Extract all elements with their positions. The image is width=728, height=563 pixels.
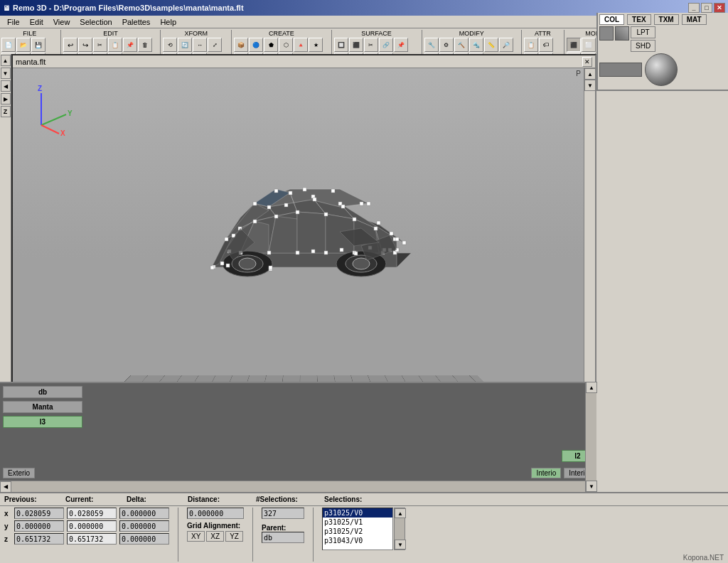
sidebar-right[interactable]: ▶ [1,93,11,104]
svg-rect-79 [303,188,306,191]
sel-scroll-up[interactable]: ▲ [395,508,406,518]
menu-file[interactable]: File [3,17,24,27]
menu-help[interactable]: Help [156,17,181,27]
tb-redo[interactable]: ↪ [78,38,92,52]
tb-xf3[interactable]: ↔ [193,38,207,52]
vscroll-down[interactable]: ▼ [584,80,596,91]
tree-vscroll[interactable]: ▲ ▼ [585,382,596,492]
tb-su2[interactable]: ⬛ [349,38,363,52]
tb-mo6[interactable]: 🔎 [499,38,513,52]
y-current[interactable] [67,520,117,532]
y-previous[interactable] [14,520,64,532]
sidebar-left[interactable]: ◀ [1,80,11,92]
tb-su5[interactable]: 📌 [394,38,408,52]
menu-edit[interactable]: Edit [26,17,48,27]
vscroll-up[interactable]: ▲ [584,68,596,80]
tb-at1[interactable]: 📋 [524,38,538,52]
tb-cr6[interactable]: ★ [309,38,323,52]
tb-undo[interactable]: ↩ [63,38,77,52]
sidebar-up[interactable]: ▲ [1,55,11,66]
tb-xf2[interactable]: 🔄 [178,38,192,52]
parent-input[interactable] [262,532,304,543]
sidebar-z[interactable]: Z [1,106,11,117]
svg-rect-73 [340,248,343,252]
tb-md2[interactable]: ⬜ [582,38,596,52]
tab-col[interactable]: COL [599,14,624,25]
tb-mo3[interactable]: 🔨 [454,38,469,52]
menu-palettes[interactable]: Palettes [118,17,155,27]
tree-right: l2 [85,383,596,465]
tb-md1[interactable]: ⬛ [567,38,581,52]
tb-xf4[interactable]: ⤢ [208,38,222,52]
tb-delete[interactable]: 🗑 [138,38,152,52]
tb-open[interactable]: 📂 [16,38,31,52]
tb-su3[interactable]: ✂ [364,38,378,52]
color-swatch-2[interactable] [615,26,629,41]
ga-xy[interactable]: XY [187,531,205,542]
exterio-button[interactable]: Exterio [3,468,35,478]
z-current[interactable] [67,533,117,545]
z-previous[interactable] [14,533,64,545]
color-swatch-1[interactable] [599,26,614,41]
tb-cr5[interactable]: 🔺 [294,38,308,52]
tb-mo1[interactable]: 🔧 [424,38,439,52]
ga-yz[interactable]: YZ [225,531,243,542]
tb-cr1[interactable]: 📦 [234,38,248,52]
close-button[interactable]: ✕ [714,3,725,13]
tree-node-l3[interactable]: l3 [3,416,82,428]
window-icon: 🖥 Remo 3D - D:\Program Files\Remo3D\samp… [3,4,244,12]
sel-item-1[interactable]: p31025/V0 [323,508,392,518]
tree-node-db[interactable]: db [3,386,82,398]
x-previous[interactable] [14,508,64,519]
tb-cut[interactable]: ✂ [93,38,107,52]
sel-scroll-down[interactable]: ▼ [395,540,406,549]
bottom-bar-left: Exterio [3,468,35,478]
tb-cr3[interactable]: ⬟ [264,38,278,52]
tb-mo5[interactable]: 📏 [484,38,498,52]
selections-list[interactable]: p31025/V0 p31025/V1 p31025/V2 p31043/V0 [322,508,393,550]
x-delta[interactable] [119,508,169,519]
sel-item-4[interactable]: p31043/V0 [323,536,392,545]
tb-cr4[interactable]: ⬡ [279,38,293,52]
selections-count-col: Parent: [262,508,304,562]
tree-vscroll-up[interactable]: ▲ [586,382,597,393]
sel-item-3[interactable]: p31025/V2 [323,527,392,536]
tb-xf1[interactable]: ⟲ [163,38,177,52]
tb-su4[interactable]: 🔗 [379,38,393,52]
selections-scrollbar[interactable]: ▲ ▼ [394,508,405,550]
maximize-button[interactable]: □ [701,3,712,13]
selections-count-input[interactable] [262,508,304,519]
tree-vscroll-down[interactable]: ▼ [586,481,597,492]
tb-mo4[interactable]: 🔩 [469,38,483,52]
interio-button-1[interactable]: Interio [531,468,561,478]
viewport-controls[interactable]: ✕ [582,57,592,67]
tb-copy[interactable]: 📋 [108,38,122,52]
hscroll-left[interactable]: ◀ [0,481,11,493]
lpt-button[interactable]: LPT [631,26,655,38]
ga-xz[interactable]: XZ [206,531,224,542]
tb-su1[interactable]: 🔲 [334,38,348,52]
tb-at2[interactable]: 🏷 [539,38,553,52]
sel-item-2[interactable]: p31025/V1 [323,518,392,527]
tree-hscroll[interactable]: ◀ ▶ [0,481,596,492]
menu-selection[interactable]: Selection [75,17,116,27]
tb-new[interactable]: 📄 [1,38,16,52]
shd-button[interactable]: SHD [631,40,655,52]
tb-mo2[interactable]: ⚙ [439,38,454,52]
tb-cr2[interactable]: 🔵 [249,38,263,52]
viewport-close[interactable]: ✕ [582,57,592,67]
tree-node-manta[interactable]: Manta [3,401,82,413]
tab-txm[interactable]: TXM [654,14,679,25]
y-delta[interactable] [119,520,169,532]
z-delta[interactable] [119,533,169,545]
minimize-button[interactable]: _ [688,3,700,13]
tb-save[interactable]: 💾 [31,38,46,52]
titlebar-buttons[interactable]: _ □ ✕ [688,3,725,13]
sidebar-down[interactable]: ▼ [1,68,11,79]
tab-mat[interactable]: MAT [682,14,707,25]
tb-paste[interactable]: 📌 [123,38,137,52]
distance-value[interactable] [187,508,244,519]
tab-tex[interactable]: TEX [627,14,651,25]
menu-view[interactable]: View [49,17,75,27]
x-current[interactable] [67,508,117,519]
